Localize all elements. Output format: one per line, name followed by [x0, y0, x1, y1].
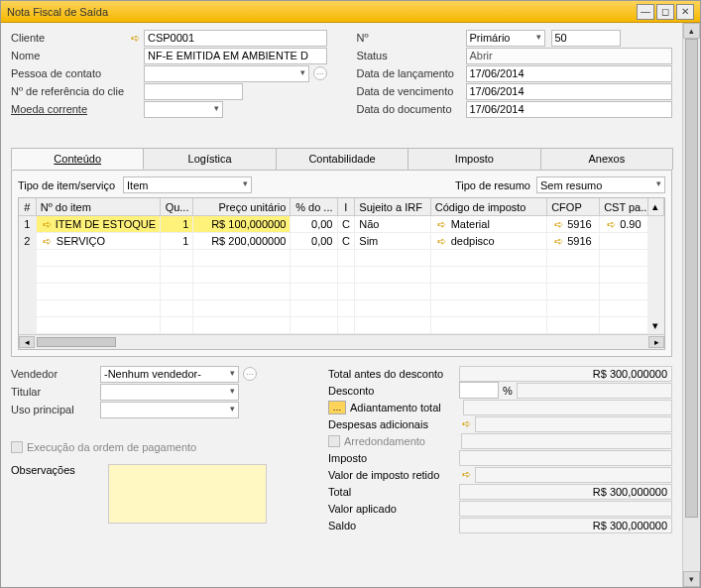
valor-aplicado-value: [459, 501, 672, 517]
table-row[interactable]: ▾: [19, 317, 664, 334]
link-arrow-icon[interactable]: ➪: [128, 31, 142, 45]
link-arrow-icon[interactable]: ➪: [459, 417, 473, 431]
grid-controls: Tipo de item/serviço Item Tipo de resumo…: [18, 176, 665, 193]
col-item[interactable]: Nº do item: [37, 198, 161, 216]
col-pct[interactable]: % do ...: [291, 198, 337, 216]
vendedor-select[interactable]: -Nenhum vendedor-: [100, 366, 239, 383]
despesas-label: Despesas adicionais: [328, 418, 459, 430]
tab-imposto[interactable]: Imposto: [408, 148, 540, 170]
scroll-thumb[interactable]: [685, 39, 698, 518]
table-row[interactable]: [19, 284, 664, 300]
link-arrow-icon[interactable]: ➪: [604, 217, 618, 231]
no-input[interactable]: 50: [551, 30, 621, 47]
imposto-retido-value: [475, 467, 672, 483]
desconto-value[interactable]: [517, 383, 672, 399]
scroll-left-icon[interactable]: ◂: [19, 336, 35, 348]
footer-area: Vendedor -Nenhum vendedor- ⋯ Titular Uso…: [11, 365, 672, 533]
hscroll-thumb[interactable]: [37, 337, 116, 347]
grid-vscroll-bottom[interactable]: ▾: [648, 317, 664, 334]
grid-vscroll-top[interactable]: ▴: [648, 198, 664, 216]
observacoes-textarea[interactable]: [108, 464, 267, 524]
arredondamento-checkbox: [328, 435, 340, 447]
contato-details-button[interactable]: ⋯: [313, 66, 327, 80]
col-price[interactable]: Preço unitário: [193, 198, 291, 216]
saldo-label: Saldo: [328, 520, 459, 531]
link-arrow-icon[interactable]: ➪: [459, 468, 473, 482]
window-vertical-scrollbar[interactable]: ▴ ▾: [682, 23, 700, 587]
nome-input[interactable]: NF-E EMITIDA EM AMBIENTE D: [144, 48, 327, 64]
link-arrow-icon[interactable]: ➪: [41, 234, 55, 248]
hscroll-track[interactable]: [35, 336, 648, 348]
total-antes-value: R$ 300,000000: [459, 366, 672, 382]
ref-label: Nº de referência do clie: [11, 85, 128, 97]
status-input: Abrir: [466, 48, 673, 64]
scroll-up-icon[interactable]: ▴: [683, 23, 700, 39]
minimize-button[interactable]: —: [637, 4, 654, 20]
totals-section: Total antes do descontoR$ 300,000000 Des…: [328, 365, 672, 533]
scroll-track[interactable]: [683, 39, 700, 571]
vendedor-details-button[interactable]: ⋯: [243, 367, 257, 381]
no-type-select[interactable]: Primário: [466, 30, 545, 47]
col-cst[interactable]: CST pa...: [600, 198, 648, 216]
arredondamento-label: Arredondamento: [344, 435, 461, 447]
execucao-label: Execução da ordem de pagamento: [27, 441, 196, 453]
col-i[interactable]: I: [338, 198, 356, 216]
col-qty[interactable]: Qu...: [161, 198, 193, 216]
lancamento-label: Data de lançamento: [357, 67, 466, 79]
titular-select[interactable]: [100, 384, 239, 401]
table-row[interactable]: 2 ➪SERVIÇO 1 R$ 200,000000 0,00 C Sim ➪d…: [19, 233, 664, 250]
no-label: Nº: [357, 32, 466, 44]
close-button[interactable]: ✕: [676, 4, 694, 20]
contato-label: Pessoa de contato: [11, 67, 128, 79]
tab-anexos[interactable]: Anexos: [540, 148, 673, 170]
table-row[interactable]: [19, 267, 664, 284]
documento-input[interactable]: 17/06/2014: [466, 101, 673, 118]
moeda-select[interactable]: [144, 101, 223, 118]
total-label: Total: [328, 486, 459, 498]
uso-select[interactable]: [100, 402, 239, 418]
cliente-label: Cliente: [11, 32, 128, 44]
tipo-item-select[interactable]: Item: [123, 176, 252, 193]
tipo-resumo-select[interactable]: Sem resumo: [536, 176, 665, 193]
col-cfop[interactable]: CFOP: [547, 198, 600, 216]
maximize-button[interactable]: ◻: [656, 4, 674, 20]
items-grid[interactable]: # Nº do item Qu... Preço unitário % do .…: [18, 197, 665, 350]
documento-label: Data do documento: [357, 103, 466, 115]
table-row[interactable]: 1 ➪ITEM DE ESTOQUE 1 R$ 100,000000 0,00 …: [19, 216, 664, 233]
conteudo-panel: Tipo de item/serviço Item Tipo de resumo…: [11, 171, 672, 357]
link-arrow-icon[interactable]: ➪: [435, 234, 449, 248]
footer-left: Vendedor -Nenhum vendedor- ⋯ Titular Uso…: [11, 365, 308, 533]
link-arrow-icon[interactable]: ➪: [41, 217, 54, 231]
grid-header: # Nº do item Qu... Preço unitário % do .…: [19, 198, 664, 216]
link-arrow-icon[interactable]: ➪: [551, 234, 565, 248]
adiantamento-value: [463, 400, 672, 415]
total-antes-label: Total antes do desconto: [328, 368, 459, 380]
grid-horizontal-scrollbar[interactable]: ◂ ▸: [19, 334, 664, 349]
header-right-column: Nº Primário 50 Status Abrir Data de lanç…: [357, 29, 673, 118]
imposto-label: Imposto: [328, 452, 459, 464]
moeda-label[interactable]: Moeda corrente: [11, 103, 128, 115]
contato-select[interactable]: [144, 65, 309, 82]
saldo-value: R$ 300,000000: [459, 518, 672, 533]
tab-conteudo[interactable]: Conteúdo: [11, 148, 144, 170]
scroll-right-icon[interactable]: ▸: [648, 336, 664, 348]
lancamento-input[interactable]: 17/06/2014: [466, 65, 673, 82]
adiantamento-button[interactable]: …: [328, 401, 346, 414]
scroll-down-icon[interactable]: ▾: [683, 571, 700, 587]
vencimento-input[interactable]: 17/06/2014: [466, 83, 673, 100]
col-irf[interactable]: Sujeito a IRF: [355, 198, 430, 216]
despesas-value[interactable]: [475, 416, 672, 432]
ref-input[interactable]: [144, 83, 243, 100]
link-arrow-icon[interactable]: ➪: [435, 217, 449, 231]
tab-logistica[interactable]: Logística: [143, 148, 276, 170]
uso-label: Uso principal: [11, 404, 100, 415]
table-row[interactable]: [19, 300, 664, 317]
col-tax[interactable]: Código de imposto: [431, 198, 547, 216]
titular-label: Titular: [11, 386, 100, 398]
link-arrow-icon[interactable]: ➪: [551, 217, 565, 231]
desconto-pct-input[interactable]: [459, 382, 499, 399]
col-num[interactable]: #: [19, 198, 37, 216]
table-row[interactable]: [19, 250, 664, 267]
cliente-input[interactable]: CSP0001: [144, 30, 327, 47]
tab-contabilidade[interactable]: Contabilidade: [276, 148, 409, 170]
